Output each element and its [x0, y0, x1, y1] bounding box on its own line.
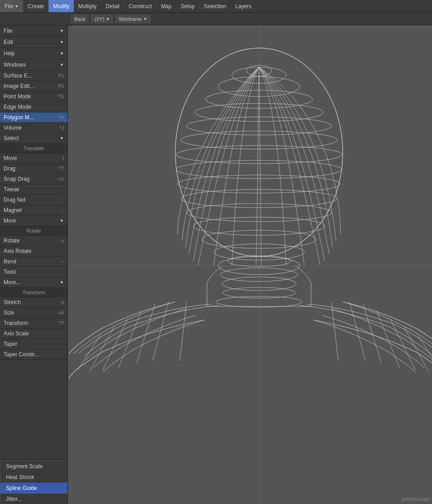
dropdown-spline-guide[interactable]: Spline Guide — [0, 483, 68, 494]
menu-file[interactable]: File ▼ — [0, 0, 23, 12]
sidebar-axis-rotate[interactable]: Axis Rotate — [0, 246, 67, 257]
menu-modify[interactable]: Modify — [48, 0, 73, 12]
sidebar-twist[interactable]: Twist — [0, 267, 67, 277]
sidebar-more-rotate[interactable]: More... ▼ — [0, 277, 67, 288]
sidebar-bend[interactable]: Bend ~ — [0, 257, 67, 267]
wireframe-btn[interactable]: Wireframe ▼ — [115, 14, 151, 24]
sidebar-drag-net[interactable]: Drag Net ; — [0, 195, 67, 205]
sidebar: File ▼ Edit ▼ Help ▼ Windows ▼ Surface E… — [0, 25, 68, 504]
sidebar-taper[interactable]: Taper — [0, 339, 67, 349]
more-transform-dropdown: Segment Scale Heat Shrink Spline Guide J… — [0, 460, 68, 504]
sidebar-rotate[interactable]: Rotate y — [0, 236, 67, 246]
wireframe-arrow: ▼ — [143, 17, 147, 21]
edit-arrow-icon: ▼ — [60, 40, 64, 44]
sidebar-stretch[interactable]: Stretch h — [0, 297, 67, 308]
windows-arrow-icon: ▼ — [60, 63, 64, 67]
axis-xy-btn[interactable]: (XY) ▼ — [90, 14, 114, 24]
menu-file-arrow: ▼ — [14, 4, 19, 9]
sidebar-more-translate[interactable]: More ▼ — [0, 216, 67, 226]
sidebar-edge-mode[interactable]: Edge Mode — [0, 102, 67, 112]
sidebar-surface-editor[interactable]: Surface E... F5 — [0, 71, 67, 81]
mesh-viewport — [68, 25, 432, 504]
dropdown-segment-scale[interactable]: Segment Scale — [0, 461, 68, 472]
sidebar-axis-scale[interactable]: Axis Scale — [0, 329, 67, 339]
view-back-btn[interactable]: Back — [70, 14, 89, 24]
transform-header: Transform — [0, 288, 67, 297]
sidebar-move[interactable]: Move t — [0, 153, 67, 164]
menu-detail[interactable]: Detail — [101, 0, 124, 12]
sidebar-edit-btn[interactable]: Edit ▼ — [0, 37, 67, 48]
sidebar-size[interactable]: Size +H — [0, 308, 67, 318]
more-rotate-arrow-icon: ▼ — [60, 280, 64, 285]
sidebar-transform[interactable]: Transform *T — [0, 318, 67, 329]
menu-setup[interactable]: Setup — [176, 0, 199, 12]
sidebar-windows-btn[interactable]: Windows ▼ — [0, 59, 67, 71]
sidebar-drag[interactable]: Drag ^T — [0, 164, 67, 174]
menu-create[interactable]: Create — [23, 0, 48, 12]
file-arrow-icon: ▼ — [60, 29, 64, 33]
menu-selection[interactable]: Selection — [199, 0, 230, 12]
sidebar-taper-constr[interactable]: Taper Constr... — [0, 349, 67, 360]
watermark: pxleyes.com — [402, 496, 430, 502]
svg-rect-0 — [69, 25, 431, 504]
top-menu-bar: File ▼ Create Modify Multiply Detail Con… — [0, 0, 432, 13]
menu-layers[interactable]: Layers — [230, 0, 256, 12]
sidebar-select-btn[interactable]: Select ▼ — [0, 133, 67, 144]
second-toolbar: Back (XY) ▼ Wireframe ▼ — [0, 13, 432, 25]
sidebar-volume[interactable]: Volume ^J — [0, 123, 67, 133]
menu-multiply[interactable]: Multiply — [74, 0, 101, 12]
main-layout: File ▼ Edit ▼ Help ▼ Windows ▼ Surface E… — [0, 25, 432, 504]
dropdown-jitter[interactable]: Jitter... +J — [0, 494, 68, 504]
select-arrow-icon: ▼ — [60, 136, 64, 141]
sidebar-magnet[interactable]: Magnet : — [0, 205, 67, 216]
help-arrow-icon: ▼ — [60, 51, 64, 56]
dropdown-heat-shrink[interactable]: Heat Shrink — [0, 472, 68, 483]
sidebar-help-btn[interactable]: Help ▼ — [0, 48, 67, 59]
translate-header: Translate — [0, 144, 67, 153]
menu-map[interactable]: Map — [156, 0, 176, 12]
sidebar-image-editor[interactable]: Image Edit... F6 — [0, 81, 67, 92]
sidebar-point-mode[interactable]: Point Mode ^G — [0, 92, 67, 102]
rotate-header: Rotate — [0, 226, 67, 236]
viewport[interactable]: pxleyes.com — [68, 25, 432, 504]
sidebar-tweak[interactable]: Tweak — [0, 184, 67, 195]
more-translate-arrow-icon: ▼ — [60, 218, 64, 223]
menu-construct[interactable]: Construct — [124, 0, 156, 12]
sidebar-snap-drag[interactable]: Snap Drag +G — [0, 174, 67, 184]
sidebar-file-btn[interactable]: File ▼ — [0, 25, 67, 37]
axis-arrow: ▼ — [106, 17, 110, 21]
sidebar-polygon-mode[interactable]: Polygon M... ^H — [0, 112, 67, 123]
